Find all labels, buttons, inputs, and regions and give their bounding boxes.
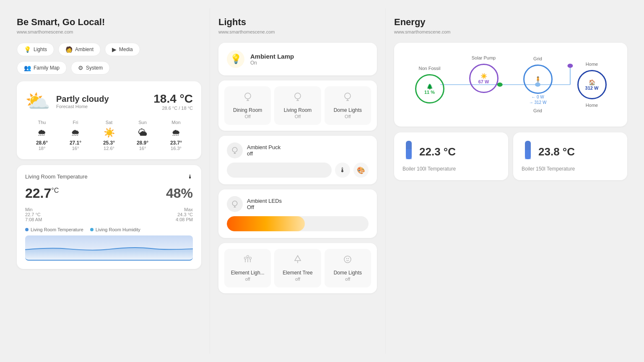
weather-temp: 18.4 °C [153, 92, 193, 105]
element-tree-name: Element Tree [278, 270, 317, 276]
ambient-leds-name: Ambient LEDs [247, 198, 282, 204]
max-temp: 24.3 °C [176, 212, 193, 217]
element-tree-state: off [278, 277, 317, 282]
weather-icon: ⛅ [25, 90, 50, 113]
right-url: www.smarthomescene.com [394, 29, 627, 34]
svg-point-9 [232, 147, 237, 152]
energy-non-fossil: Non Fossil 🌲 11 % [415, 66, 444, 103]
nav-familymap[interactable]: 👥 Family Map [17, 61, 67, 75]
svg-point-19 [247, 256, 249, 258]
forecast-mon: Mon 🌧 23.7° 16.3° [159, 120, 193, 151]
living-room-temp: 22.7°C [25, 186, 59, 201]
max-label: Max [176, 207, 193, 212]
grid-circle: 🧍 [523, 65, 553, 94]
puck-color-btn[interactable]: 🎨 [353, 163, 369, 178]
solar-icon: ☀️ [480, 73, 487, 79]
boiler-150l: 23.8 °C Boiler 150l Temperature [513, 132, 627, 180]
dome-lights-1[interactable]: Dome Lights Off [325, 86, 371, 125]
dome-lights-2-name: Dome Lights [329, 270, 367, 276]
svg-point-31 [567, 64, 573, 68]
solar-pump-circle: ☀️ 67 W [469, 64, 499, 93]
svg-rect-33 [406, 149, 412, 159]
puck-slider[interactable] [227, 163, 332, 178]
dome-lights-2-state: off [329, 277, 367, 282]
energy-grid: Grid 🧍 ← 0 W → 312 W Grid [523, 56, 553, 113]
dome-lights-2[interactable]: Dome Lights off [325, 249, 371, 287]
puck-temp-btn[interactable]: 🌡 [335, 163, 350, 178]
svg-point-25 [348, 258, 349, 259]
ambient-leds-card: Ambient LEDs Off [218, 189, 377, 238]
forecast-sun: Sun 🌥 28.9° 16° [126, 120, 159, 151]
living-room-light[interactable]: Living Room Off [274, 86, 321, 125]
light-grid-card-2: Element Ligh... off Element Tree off [218, 243, 377, 293]
element-lights-state: off [229, 277, 267, 282]
forecast: Thu 🌧 28.6° 18° Fri 🌧 27.1° 16° Sat ☀️ 2… [25, 120, 193, 151]
weather-location: Forecast Home [56, 104, 148, 109]
element-lights-name: Element Ligh... [229, 270, 267, 276]
lights-icon: 💡 [24, 46, 31, 53]
right-panel-header: Energy www.smarthomescene.com [394, 17, 627, 43]
middle-title: Lights [218, 17, 377, 28]
weather-condition: Partly cloudy [56, 94, 148, 104]
ambient-puck-card: Ambient Puck off 🌡 🎨 [218, 136, 377, 184]
dining-room-name: Dining Room [229, 107, 267, 113]
nav-media-label: Media [119, 47, 133, 52]
living-room-light-name: Living Room [278, 107, 317, 113]
boiler-100l: 22.3 °C Boiler 100l Temperature [394, 132, 508, 180]
energy-card: Non Fossil 🌲 11 % Solar Pump ☀️ 67 W [394, 43, 627, 127]
legend-humidity: Living Room Humidity [90, 227, 140, 232]
familymap-icon: 👥 [24, 65, 31, 71]
dome-lights-1-state: Off [329, 114, 367, 119]
svg-point-23 [344, 256, 351, 263]
boiler-150l-temp: 23.8 °C [538, 145, 575, 158]
ambient-leds-icon [227, 196, 243, 212]
element-tree[interactable]: Element Tree off [274, 249, 321, 287]
forecast-fri: Fri 🌧 27.1° 16° [59, 120, 92, 151]
middle-panel-header: Lights www.smarthomescene.com [218, 17, 377, 43]
svg-point-0 [245, 93, 251, 99]
dome-lights-1-name: Dome Lights [329, 107, 367, 113]
boiler-150l-label: Boiler 150l Temperature [522, 166, 575, 172]
element-tree-icon [278, 255, 317, 266]
dining-room-icon [229, 92, 267, 104]
home-icon: 🏠 [589, 79, 595, 85]
nav-lights-label: Lights [34, 47, 47, 52]
svg-rect-35 [525, 150, 531, 159]
ambient-lamp-card[interactable]: 💡 Ambient Lamp On [218, 43, 377, 75]
min-time: 7:08 AM [25, 217, 42, 222]
nav-ambient[interactable]: 🧑 Ambient [58, 43, 101, 56]
boiler-100l-label: Boiler 100l Temperature [402, 166, 456, 172]
min-temp: 22.7 °C [25, 212, 42, 217]
light-grid-card-1: Dining Room Off Living Room Off Dome Lig… [218, 80, 377, 131]
nav-media[interactable]: ▶ Media [105, 43, 140, 56]
grid-icon: 🧍 [535, 76, 541, 83]
thermometer-icon: 🌡 [187, 173, 193, 180]
dome-lights-2-icon [329, 255, 367, 266]
led-slider-fill [227, 216, 305, 231]
media-icon: ▶ [112, 46, 117, 53]
living-room-temp-card: Living Room Temperature 🌡 22.7°C 48% Min… [17, 165, 201, 269]
right-title: Energy [394, 17, 627, 28]
nav-system[interactable]: ⚙ System [71, 61, 110, 75]
forecast-sat: Sat ☀️ 25.3° 12.6° [92, 120, 126, 151]
dining-room-light[interactable]: Dining Room Off [224, 86, 271, 125]
energy-solar-pump: Solar Pump ☀️ 67 W [469, 55, 499, 93]
boiler-100l-icon [402, 141, 415, 163]
ambient-lamp-state: On [250, 60, 294, 66]
living-room-label: Living Room Temperature [25, 173, 88, 180]
forecast-thu: Thu 🌧 28.6° 18° [25, 120, 59, 151]
left-url: www.smarthomescene.com [17, 29, 201, 34]
led-slider-container[interactable] [227, 216, 369, 231]
nav-lights[interactable]: 💡 Lights [17, 43, 54, 56]
svg-point-12 [232, 201, 237, 206]
nav-familymap-label: Family Map [34, 65, 60, 71]
energy-home: Home 🏠 312 W Home [577, 62, 607, 108]
weather-card: ⛅ Partly cloudy Forecast Home 18.4 °C 28… [17, 81, 201, 159]
living-room-light-state: Off [278, 114, 317, 119]
living-room-light-icon [278, 92, 317, 104]
ambient-puck-state: off [247, 150, 280, 157]
temp-chart [25, 235, 193, 261]
svg-point-24 [346, 258, 347, 259]
tree-icon: 🌲 [426, 83, 433, 90]
element-lights[interactable]: Element Ligh... off [224, 249, 271, 287]
